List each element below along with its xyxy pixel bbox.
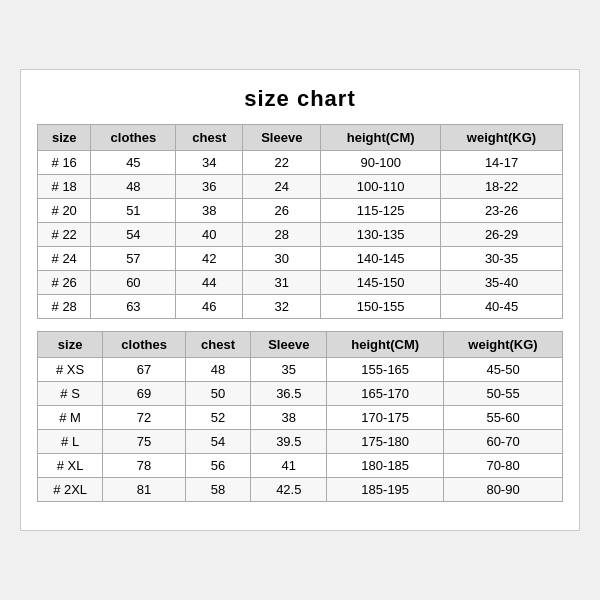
table1-col-header: Sleeve [243,125,321,151]
table-cell: # M [38,406,103,430]
table-cell: 63 [91,295,176,319]
table-cell: # 26 [38,271,91,295]
table-cell: 38 [176,199,243,223]
table-cell: # 20 [38,199,91,223]
table-cell: 78 [103,454,186,478]
table-cell: 30-35 [441,247,563,271]
table-cell: # L [38,430,103,454]
table-cell: 34 [176,151,243,175]
table2-col-header: weight(KG) [444,332,563,358]
table-row: # 2XL815842.5185-19580-90 [38,478,563,502]
table-row: # 20513826115-12523-26 [38,199,563,223]
table-cell: 80-90 [444,478,563,502]
table-cell: 81 [103,478,186,502]
table-row: # XL785641180-18570-80 [38,454,563,478]
table-row: # 18483624100-11018-22 [38,175,563,199]
table-cell: 31 [243,271,321,295]
table-cell: 28 [243,223,321,247]
table-cell: 38 [251,406,327,430]
table-cell: 32 [243,295,321,319]
table2-col-header: height(CM) [327,332,444,358]
table-cell: 18-22 [441,175,563,199]
table-cell: 75 [103,430,186,454]
table-cell: 140-145 [321,247,441,271]
table1-col-header: chest [176,125,243,151]
table-cell: 52 [185,406,250,430]
table-cell: 41 [251,454,327,478]
table-cell: # 22 [38,223,91,247]
table-cell: 70-80 [444,454,563,478]
table2-col-header: clothes [103,332,186,358]
table-cell: # S [38,382,103,406]
table-cell: 48 [185,358,250,382]
table-cell: 35 [251,358,327,382]
table-cell: 42 [176,247,243,271]
table-cell: 51 [91,199,176,223]
table-cell: 14-17 [441,151,563,175]
table-cell: 72 [103,406,186,430]
table-cell: 50 [185,382,250,406]
table-row: # M725238170-17555-60 [38,406,563,430]
table-row: # 22544028130-13526-29 [38,223,563,247]
table-row: # S695036.5165-17050-55 [38,382,563,406]
table-cell: 170-175 [327,406,444,430]
table-cell: 60-70 [444,430,563,454]
table-row: # L755439.5175-18060-70 [38,430,563,454]
table1-header-row: sizeclotheschestSleeveheight(CM)weight(K… [38,125,563,151]
table-cell: 155-165 [327,358,444,382]
table-cell: # 28 [38,295,91,319]
table-cell: 54 [91,223,176,247]
table-cell: 30 [243,247,321,271]
table-cell: 130-135 [321,223,441,247]
table-cell: 48 [91,175,176,199]
table-cell: 42.5 [251,478,327,502]
table-cell: 36 [176,175,243,199]
table-cell: 115-125 [321,199,441,223]
table-cell: 46 [176,295,243,319]
table-cell: 180-185 [327,454,444,478]
table-cell: 150-155 [321,295,441,319]
table-row: # 1645342290-10014-17 [38,151,563,175]
table-cell: 54 [185,430,250,454]
table1-col-header: size [38,125,91,151]
table2-col-header: size [38,332,103,358]
table-cell: 67 [103,358,186,382]
table-cell: # XS [38,358,103,382]
table-cell: 90-100 [321,151,441,175]
table-cell: 40-45 [441,295,563,319]
table2-header-row: sizeclotheschestSleeveheight(CM)weight(K… [38,332,563,358]
table-cell: 23-26 [441,199,563,223]
table-cell: # 24 [38,247,91,271]
table-cell: 50-55 [444,382,563,406]
table-cell: 57 [91,247,176,271]
size-table-1: sizeclotheschestSleeveheight(CM)weight(K… [37,124,563,319]
table-cell: 36.5 [251,382,327,406]
size-chart-card: size chart sizeclotheschestSleeveheight(… [20,69,580,531]
table-cell: 60 [91,271,176,295]
table-row: # XS674835155-16545-50 [38,358,563,382]
table-cell: # XL [38,454,103,478]
table-cell: 100-110 [321,175,441,199]
table-cell: # 16 [38,151,91,175]
size-table-2: sizeclotheschestSleeveheight(CM)weight(K… [37,331,563,502]
chart-title: size chart [37,86,563,112]
table1-col-header: height(CM) [321,125,441,151]
table-cell: 145-150 [321,271,441,295]
table-cell: 55-60 [444,406,563,430]
table-cell: 40 [176,223,243,247]
table2-col-header: chest [185,332,250,358]
table-cell: 45 [91,151,176,175]
table-cell: 56 [185,454,250,478]
table-cell: 39.5 [251,430,327,454]
table-cell: 69 [103,382,186,406]
table-cell: 185-195 [327,478,444,502]
table-row: # 26604431145-15035-40 [38,271,563,295]
table-cell: 24 [243,175,321,199]
table-row: # 28634632150-15540-45 [38,295,563,319]
table-cell: 58 [185,478,250,502]
table-cell: # 2XL [38,478,103,502]
table-cell: 26 [243,199,321,223]
table-cell: 45-50 [444,358,563,382]
table-cell: 35-40 [441,271,563,295]
table-cell: 44 [176,271,243,295]
